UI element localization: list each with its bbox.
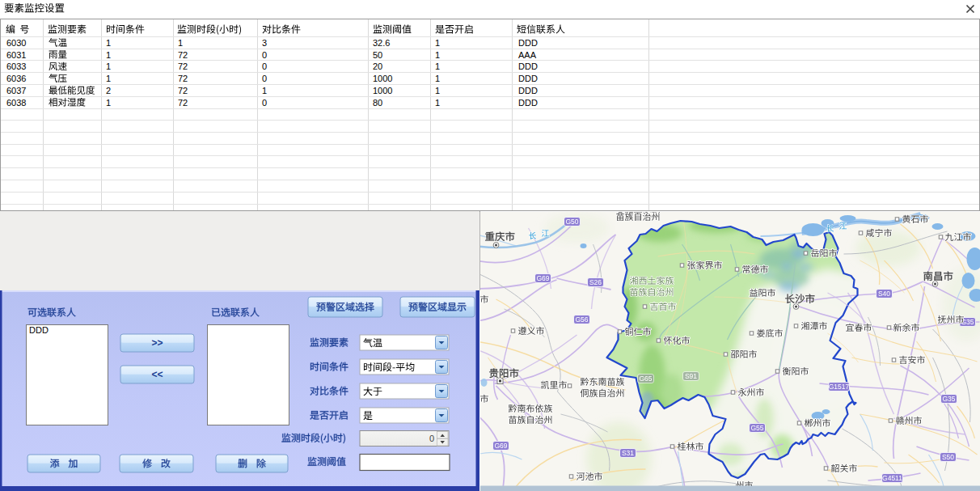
svg-text:6033: 6033 [6,61,26,71]
svg-text:2: 2 [106,86,111,95]
svg-text:80: 80 [373,98,382,108]
svg-text:1: 1 [435,61,440,71]
svg-text:6030: 6030 [6,38,26,48]
svg-text:S40: S40 [878,290,890,298]
svg-text:S50: S50 [942,453,954,461]
svg-text:1000: 1000 [373,74,392,83]
svg-text:G56: G56 [575,315,588,324]
svg-text:1: 1 [106,74,111,83]
svg-text:1000: 1000 [373,86,392,95]
svg-text:G69: G69 [536,274,549,282]
svg-text:0: 0 [262,50,267,60]
svg-text:1: 1 [106,38,111,48]
svg-text:72: 72 [178,74,188,83]
svg-text:G65: G65 [639,375,652,383]
svg-text:DDD: DDD [518,98,538,108]
svg-text:20: 20 [373,61,382,71]
svg-text:DDD: DDD [518,74,538,83]
svg-text:S91: S91 [685,372,697,380]
svg-text:72: 72 [178,50,188,60]
svg-text:S26: S26 [589,278,602,286]
svg-text:0: 0 [262,74,267,83]
svg-text:G35: G35 [942,395,955,403]
svg-text:S31: S31 [622,449,634,457]
svg-text:1: 1 [178,38,183,48]
svg-text:3: 3 [262,38,267,48]
svg-text:1: 1 [262,86,267,95]
svg-text:DDD: DDD [518,61,538,71]
svg-text:1: 1 [106,50,111,60]
svg-text:G69: G69 [494,442,507,450]
svg-text:72: 72 [178,98,188,108]
svg-text:72: 72 [178,61,188,71]
svg-text:DDD: DDD [518,38,538,48]
svg-text:0: 0 [429,434,434,443]
svg-text:1: 1 [106,98,111,108]
svg-text:32.6: 32.6 [373,38,390,48]
svg-text:DDD: DDD [518,86,538,95]
svg-text:G1517: G1517 [829,383,850,391]
svg-text:50: 50 [373,50,382,60]
svg-text:0: 0 [262,61,267,71]
svg-text:1: 1 [435,50,440,60]
svg-text:6038: 6038 [6,98,26,108]
svg-text:0: 0 [262,98,267,108]
svg-text:AAA: AAA [518,50,537,60]
svg-text:1: 1 [106,61,111,71]
svg-text:1: 1 [435,74,440,83]
svg-text:G4511: G4511 [882,474,902,482]
svg-text:1: 1 [435,86,440,95]
svg-text:>>: >> [151,337,163,349]
svg-text:1: 1 [435,98,440,108]
svg-text:6036: 6036 [6,74,26,83]
svg-text:<<: << [151,369,163,380]
svg-text:1: 1 [435,38,440,48]
svg-text:G55: G55 [750,424,763,432]
svg-text:6031: 6031 [6,50,26,60]
svg-text:72: 72 [178,86,188,95]
svg-text:6037: 6037 [6,86,26,95]
svg-text:G50: G50 [565,218,578,226]
svg-text:DDD: DDD [29,325,49,335]
